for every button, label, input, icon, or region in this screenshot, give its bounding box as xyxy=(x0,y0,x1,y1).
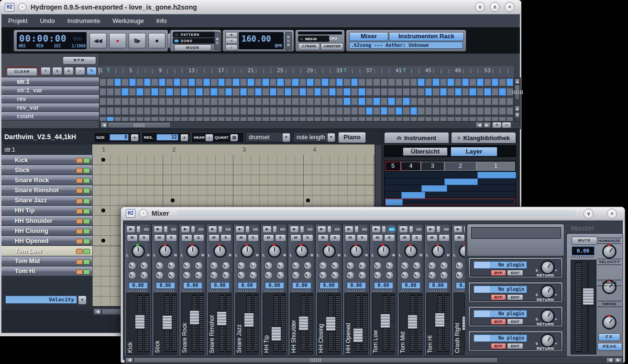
song-cell[interactable] xyxy=(292,98,298,105)
song-cell[interactable] xyxy=(469,88,476,96)
song-cell[interactable] xyxy=(321,98,328,105)
song-cell[interactable] xyxy=(307,98,313,105)
layer-row[interactable] xyxy=(385,185,515,191)
timeline-tick[interactable]: | xyxy=(410,66,418,77)
song-cell[interactable] xyxy=(144,88,151,96)
sample-slim-button[interactable] xyxy=(300,226,304,233)
velocity-dropdown-button[interactable]: ▼ xyxy=(78,296,87,305)
pan-knob[interactable] xyxy=(295,244,308,258)
pan-knob[interactable] xyxy=(241,244,254,258)
song-cell[interactable] xyxy=(507,98,513,105)
instrument-mute-button[interactable] xyxy=(76,158,83,163)
channel-mute-button[interactable]: M xyxy=(127,234,138,242)
song-cell[interactable] xyxy=(373,88,380,96)
fx-send-knob[interactable] xyxy=(155,271,164,279)
song-draw-mode-button[interactable]: ✎ xyxy=(87,67,97,75)
fx-send-knob[interactable] xyxy=(358,271,366,279)
instrument-solo-button[interactable] xyxy=(83,239,90,244)
fx-bypass-button[interactable]: BYP xyxy=(491,294,506,300)
fx-send-knob[interactable] xyxy=(401,262,409,270)
timeline-tick[interactable]: | xyxy=(462,66,469,77)
song-cell[interactable] xyxy=(366,88,373,96)
mixer-hscroll-handle[interactable] xyxy=(133,357,498,363)
play-sample-button[interactable]: ▶ xyxy=(290,226,299,233)
instrument-solo-button[interactable] xyxy=(83,209,90,214)
song-cell[interactable] xyxy=(499,78,506,86)
layer-header-1[interactable]: 1 xyxy=(476,162,515,171)
instrument-mute-button[interactable] xyxy=(76,168,83,173)
song-cell[interactable] xyxy=(447,88,454,96)
song-cell[interactable] xyxy=(314,107,321,115)
play-sample-button[interactable]: ▶ xyxy=(263,226,272,233)
res-dropdown-button[interactable]: ▼ xyxy=(180,134,188,142)
fx-send-knob[interactable] xyxy=(304,271,312,279)
song-cell[interactable] xyxy=(270,88,276,96)
channel-fader-handle[interactable] xyxy=(435,313,445,327)
song-cell[interactable] xyxy=(299,78,306,86)
timeline-tick[interactable]: 13 xyxy=(188,66,196,77)
fx-return-knob[interactable] xyxy=(540,260,555,275)
song-cell[interactable] xyxy=(292,88,298,96)
layer-row[interactable] xyxy=(385,172,515,177)
song-move-up-button[interactable]: ∧ xyxy=(64,67,74,75)
sample-slim-button[interactable] xyxy=(218,226,222,233)
row-down-button[interactable]: ▼ xyxy=(515,112,520,118)
song-cell[interactable] xyxy=(129,107,136,115)
song-cell[interactable] xyxy=(255,98,262,105)
play-sample-button[interactable]: ▶ xyxy=(181,226,190,233)
fx-send-knob[interactable] xyxy=(167,262,176,270)
fx-send-knob[interactable] xyxy=(249,271,257,279)
play-sample-button[interactable]: ▶ xyxy=(453,226,463,233)
sample-slim-button[interactable] xyxy=(409,226,413,233)
song-cell[interactable] xyxy=(255,78,262,86)
song-cell[interactable] xyxy=(136,88,143,96)
song-cell[interactable] xyxy=(114,78,121,86)
song-cell[interactable] xyxy=(299,88,306,96)
song-cell[interactable] xyxy=(455,98,462,105)
note[interactable] xyxy=(101,239,105,243)
note[interactable] xyxy=(171,199,175,202)
song-cell[interactable] xyxy=(477,78,484,86)
song-cell[interactable] xyxy=(99,78,106,86)
song-cell[interactable] xyxy=(321,78,328,86)
song-mode-row[interactable]: SONG xyxy=(173,38,216,44)
song-cell[interactable] xyxy=(285,98,291,105)
song-cell[interactable] xyxy=(425,78,432,86)
song-cell[interactable] xyxy=(232,78,239,86)
channel-fader-handle[interactable] xyxy=(135,315,145,329)
timeline-tick[interactable]: | xyxy=(240,66,247,77)
song-cell[interactable] xyxy=(225,88,232,96)
song-cell[interactable] xyxy=(307,78,313,86)
fx-send-knob[interactable] xyxy=(183,271,191,279)
play-sample-button[interactable]: ▶ xyxy=(399,226,408,233)
pan-knob[interactable] xyxy=(159,244,172,258)
song-cell[interactable] xyxy=(203,88,210,96)
menu-undo[interactable]: Undo xyxy=(40,17,55,24)
instrument-row[interactable]: HH Tip xyxy=(1,206,92,216)
song-cell[interactable] xyxy=(299,107,306,115)
channel-fader-handle[interactable] xyxy=(244,313,254,327)
pan-knob[interactable] xyxy=(350,244,363,258)
song-cell[interactable] xyxy=(225,107,232,115)
channel-solo-button[interactable]: S xyxy=(330,234,341,242)
song-cell[interactable] xyxy=(410,78,417,86)
song-cell[interactable] xyxy=(492,78,498,86)
channel-mute-button[interactable]: M xyxy=(318,234,329,242)
sample-slim-button[interactable] xyxy=(273,226,277,233)
instrument-solo-button[interactable] xyxy=(83,269,90,275)
timeline-tick[interactable]: | xyxy=(299,66,307,77)
channel-solo-button[interactable]: S xyxy=(384,234,395,242)
fx-bypass-button[interactable]: BYP xyxy=(491,270,506,276)
song-cell[interactable] xyxy=(499,88,506,96)
instrument-solo-button[interactable] xyxy=(83,249,90,254)
song-cell[interactable] xyxy=(492,88,498,96)
channel-solo-button[interactable]: S xyxy=(139,234,150,242)
song-cell[interactable] xyxy=(447,107,454,115)
song-cell[interactable] xyxy=(373,78,380,86)
song-cell[interactable] xyxy=(329,88,336,96)
song-cell[interactable] xyxy=(440,107,447,115)
instrument-solo-button[interactable] xyxy=(83,158,90,163)
instrument-row[interactable]: Tom Low xyxy=(1,246,92,256)
master-fader-handle[interactable] xyxy=(583,288,594,305)
song-cell[interactable] xyxy=(188,98,195,105)
